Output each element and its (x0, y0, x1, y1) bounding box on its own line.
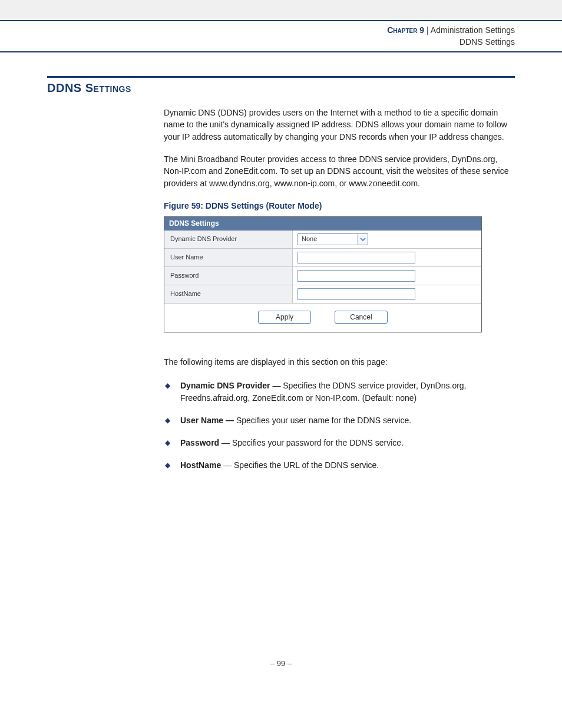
row-username: User Name (164, 248, 481, 266)
item-label: User Name — (180, 416, 234, 425)
page-header: Chapter 9 | Administration Settings DDNS… (0, 20, 562, 52)
item-label: Password (180, 438, 219, 447)
row-provider: Dynamic DNS Provider None (164, 230, 481, 248)
item-text: — Specifies your password for the DDNS s… (219, 438, 404, 447)
label-password: Password (164, 267, 293, 285)
provider-select[interactable]: None (297, 233, 368, 245)
apply-button[interactable]: Apply (258, 311, 311, 324)
top-margin (0, 0, 562, 20)
item-text: Specifies your user name for the DDNS se… (234, 416, 411, 425)
ddns-settings-figure: DDNS Settings Dynamic DNS Provider None (164, 216, 482, 332)
item-label: HostName (180, 460, 221, 470)
items-list: Dynamic DNS Provider — Specifies the DDN… (164, 380, 515, 471)
label-username: User Name (164, 249, 293, 266)
main-content: DDNS Settings Dynamic DNS (DDNS) provide… (0, 52, 562, 472)
provider-select-value: None (298, 234, 357, 245)
password-input[interactable] (297, 270, 415, 282)
header-separator: | (424, 25, 431, 35)
label-hostname: HostName (164, 285, 293, 303)
figure-caption: Figure 59: DDNS Settings (Router Mode) (47, 201, 515, 210)
section-title: DDNS Settings (47, 81, 515, 95)
items-intro: The following items are displayed in thi… (164, 356, 515, 368)
header-trail: Administration Settings (431, 25, 515, 35)
figure-panel-title: DDNS Settings (164, 217, 481, 230)
list-item: Password — Specifies your password for t… (164, 437, 515, 449)
intro-paragraph-1: Dynamic DNS (DDNS) provides users on the… (47, 107, 515, 143)
list-item: User Name — Specifies your user name for… (164, 414, 515, 426)
chevron-down-icon (357, 234, 368, 245)
row-hostname: HostName (164, 285, 481, 303)
hostname-input[interactable] (297, 288, 415, 300)
item-text: — Specifies the URL of the DDNS service. (221, 460, 379, 470)
item-label: Dynamic DNS Provider (180, 381, 270, 390)
username-input[interactable] (297, 252, 415, 263)
header-subtitle: DDNS Settings (0, 37, 515, 48)
page-number: – 99 – (0, 482, 562, 686)
label-provider: Dynamic DNS Provider (164, 230, 293, 248)
row-password: Password (164, 266, 481, 285)
header-chapter: Chapter 9 (387, 25, 424, 35)
intro-paragraph-2: The Mini Broadband Router provides acces… (47, 153, 515, 189)
section-rule (47, 76, 515, 78)
list-item: Dynamic DNS Provider — Specifies the DDN… (164, 380, 515, 404)
cancel-button[interactable]: Cancel (335, 311, 388, 324)
list-item: HostName — Specifies the URL of the DDNS… (164, 459, 515, 471)
